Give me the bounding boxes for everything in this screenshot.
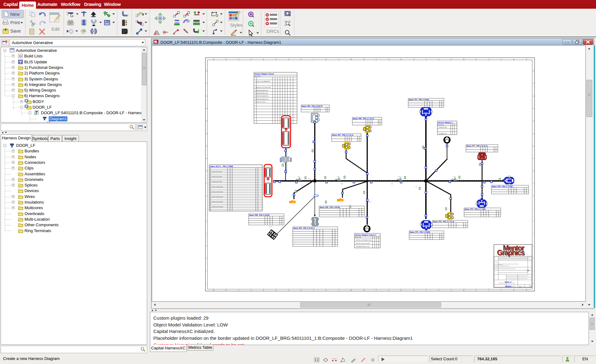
svg-text:16: 16 (533, 95, 534, 97)
svg-text:14: 14 (206, 120, 207, 122)
svg-text:F: F (276, 290, 277, 291)
svg-text:No Part No: No Part No (355, 237, 361, 238)
svg-text:Name: P71 P/N: C-73433: Name: P71 P/N: C-73433 (409, 99, 429, 101)
svg-text:64-P26_DOOR-LH-662: 64-P26_DOOR-LH-662 (212, 171, 222, 173)
svg-text:J: J (313, 58, 314, 60)
svg-text:12: 12 (533, 145, 534, 147)
svg-text:B: B (226, 58, 227, 60)
svg-text:14: 14 (533, 120, 534, 122)
svg-text:NL-W4PS-M5041B-MC-200: NL-W4PS-M5041B-MC-200 (255, 90, 268, 91)
svg-text:R: R (400, 290, 401, 291)
svg-text:eng Door Closing DB046B-2426: eng Door Closing DB046B-2426 (255, 81, 270, 82)
svg-text:A: A (213, 290, 214, 291)
svg-text:X: X (476, 58, 477, 60)
svg-text:10: 10 (533, 170, 534, 172)
svg-text:EN-P64MT6-6DOS6UT-2566: EN-P64MT6-6DOS6UT-2566 (356, 246, 369, 247)
svg-text:P162: P162 (269, 226, 272, 227)
svg-text:C: C (238, 290, 239, 291)
svg-text:12: 12 (206, 145, 207, 147)
svg-text:N: N (363, 290, 364, 291)
svg-text:P: P (376, 290, 377, 291)
svg-text:Name: P66 P/N: C-7 13 12: Name: P66 P/N: C-7 13 12 (353, 118, 374, 119)
svg-text:11: 11 (206, 158, 207, 159)
svg-text:No Part No: No Part No (255, 76, 260, 77)
svg-text:13: 13 (206, 133, 207, 134)
svg-text:B: B (526, 58, 527, 60)
svg-text:G: G (288, 290, 289, 291)
svg-text:NL-W4PS-M5041B-LH-200: NL-W4PS-M5041B-LH-200 (255, 93, 268, 94)
svg-text:64-36A561-27K2: 64-36A561-27K2 (439, 133, 447, 134)
svg-text:64-P236_DOOR-LH-6623: 64-P236_DOOR-LH-6623 (212, 206, 223, 208)
svg-text:X4: X4 (301, 185, 303, 186)
svg-text:B: B (531, 286, 531, 287)
svg-text:K: K (326, 58, 327, 60)
svg-text:17: 17 (206, 83, 207, 84)
svg-text:Name: P67 P/N: C-7 13 12: Name: P67 P/N: C-7 13 12 (332, 134, 353, 136)
svg-text:Harness Weights C...: Harness Weights C... (438, 122, 454, 124)
svg-text:15: 15 (206, 108, 207, 109)
svg-text:S: S (413, 290, 414, 291)
svg-text:Y: Y (489, 58, 490, 60)
svg-text:Name: P76 P/N: C-7 1483: Name: P76 P/N: C-7 1483 (492, 186, 513, 187)
svg-text:N: N (363, 58, 364, 60)
svg-text:M: M (350, 58, 352, 60)
svg-text:E: E (263, 290, 264, 291)
svg-text:S: S (413, 58, 414, 60)
svg-text:C: C (238, 58, 239, 60)
svg-text:Dw #: Dw # (519, 286, 522, 287)
svg-text:W: W (463, 290, 464, 291)
svg-text:W1: W1 (391, 183, 393, 185)
svg-text:13: 13 (533, 133, 534, 134)
svg-text:64-P176_DOOR-LH-6617: 64-P176_DOOR-LH-6617 (212, 196, 223, 198)
svg-text:Y: Y (489, 290, 490, 291)
svg-text:NL-W4PS-M5041B-ML-2P07: NL-W4PS-M5041B-ML-2P07 (255, 99, 269, 100)
svg-text:T: T (426, 58, 427, 60)
svg-text:Name: P72 P/N: C-7 13 12: Name: P72 P/N: C-7 13 12 (433, 221, 454, 222)
svg-text:R: R (400, 58, 401, 60)
svg-text:Z: Z (501, 58, 502, 60)
svg-text:M: M (350, 290, 352, 291)
svg-text:F164: F164 (368, 201, 371, 203)
svg-text:11: 11 (533, 158, 534, 159)
svg-text:64-P206_DOOR-LH-6620: 64-P206_DOOR-LH-6620 (212, 201, 223, 203)
svg-text:B: B (226, 290, 227, 291)
svg-text:K: K (326, 290, 327, 291)
svg-text:B: B (526, 290, 527, 291)
svg-text:eBF_Bracket_JLR_Inflation-2308: eBF_Bracket_JLR_Inflation-2308 (255, 87, 271, 88)
svg-text:54011101: 54011101 (505, 286, 511, 287)
svg-text:NL-W4PS-M5041B-AT-2P04: NL-W4PS-M5041B-AT-2P04 (255, 96, 269, 97)
svg-text:16: 16 (206, 95, 207, 97)
svg-text:A: A (513, 58, 514, 60)
svg-text:DOOR_LF: DOOR_LF (505, 281, 512, 283)
svg-text:E: E (263, 58, 264, 60)
svg-text:64-P146_DOOR-LH-6614: 64-P146_DOOR-LH-6614 (212, 191, 223, 193)
svg-text:Clip1: Clip1 (297, 176, 300, 177)
svg-text:15: 15 (533, 108, 534, 109)
svg-text:V: V (451, 290, 452, 291)
svg-text:P: P (376, 58, 377, 60)
svg-text:Name: P65 P/N: C-612-76: Name: P65 P/N: C-612-76 (302, 105, 323, 107)
svg-text:Name: P74 P/N: C-73483: Name: P74 P/N: C-73483 (410, 231, 430, 233)
svg-text:17: 17 (533, 83, 534, 84)
svg-text:10: 10 (206, 170, 207, 172)
svg-text:F: F (276, 58, 277, 60)
svg-text:U: U (438, 290, 439, 291)
svg-text:D: D (251, 290, 251, 291)
svg-text:H: H (300, 58, 301, 60)
svg-text:Name: P69 P/N: C-61340: Name: P69 P/N: C-61340 (320, 206, 340, 208)
svg-text:18: 18 (206, 70, 207, 72)
svg-text:Name: P64 P/N: C-8 101 0: Name: P64 P/N: C-8 101 0 (293, 227, 314, 229)
svg-text:Harness Weights Column A: Harness Weights Column A (355, 234, 376, 236)
svg-text:A: A (513, 290, 514, 291)
svg-text:Name: P75 P/N: C-7 1483: Name: P75 P/N: C-7 1483 (465, 208, 485, 210)
svg-text:D: D (251, 58, 251, 60)
svg-text:Clip2: Clip2 (336, 176, 340, 177)
svg-text:J: J (313, 290, 314, 291)
svg-text:64-P86_DOOR-LH-668: 64-P86_DOOR-LH-668 (212, 181, 222, 182)
svg-text:T: T (426, 290, 427, 291)
svg-text:W: W (463, 58, 464, 60)
svg-text:18: 18 (533, 70, 534, 72)
svg-text:Name: P68 P/N: C-61340: Name: P68 P/N: C-61340 (249, 214, 269, 216)
svg-text:G: G (288, 58, 289, 60)
svg-text:A: A (213, 58, 214, 60)
